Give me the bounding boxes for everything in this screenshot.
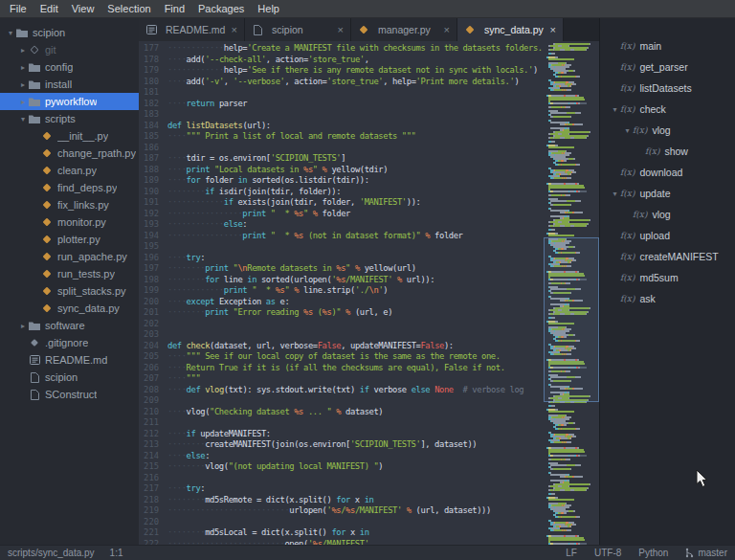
code-line[interactable]: 212····if updateMANIFEST:	[139, 429, 544, 440]
tree-item-monitor-py[interactable]: monitor.py	[0, 213, 139, 231]
code-line[interactable]: 218········md5sRemote = dict(x.split() f…	[139, 495, 544, 506]
code-line[interactable]: 205····""" See if our local copy of data…	[139, 351, 544, 363]
code-line[interactable]: 189····for folder in sorted(os.listdir(t…	[139, 175, 544, 187]
symbol-createmanifest[interactable]: f(x)createMANIFEST	[600, 246, 735, 267]
symbol-update[interactable]: ▾f(x)update	[600, 183, 735, 204]
code-line[interactable]: 204def check(dataset, url, verbose=False…	[139, 341, 544, 352]
code-line[interactable]: 217····try:	[139, 483, 544, 495]
code-line[interactable]: 215········vlog("(not updating local MAN…	[139, 461, 544, 473]
code-line[interactable]: 196····try:	[139, 253, 544, 264]
code-line[interactable]: 187····tdir = os.environ['SCIPION_TESTS'…	[139, 153, 544, 165]
code-line[interactable]: 208····def vlog(txt): sys.stdout.write(t…	[139, 385, 544, 396]
symbol-main[interactable]: f(x)main	[600, 35, 735, 56]
code-line[interactable]: 220	[139, 517, 544, 528]
tree-item-run-tests-py[interactable]: run_tests.py	[0, 265, 139, 282]
code-line[interactable]: 222·························open('%s/MAN…	[139, 539, 544, 546]
tree-item-change-rpath-py[interactable]: change_rpath.py	[0, 145, 139, 162]
code-line[interactable]: 221········md5sLocal = dict(x.split() fo…	[139, 527, 544, 539]
code-line[interactable]: 177············help='Create a MANIFEST f…	[139, 43, 544, 55]
code-line[interactable]: 181	[139, 87, 544, 99]
code-line[interactable]: 200····except Exception as e:	[139, 297, 544, 308]
tree-item-readme-md[interactable]: README.md	[0, 351, 139, 369]
menu-item-edit[interactable]: Edit	[33, 1, 65, 16]
tree-item-init-py[interactable]: __init__.py	[0, 127, 139, 145]
tree-item-config[interactable]: ▸config	[0, 58, 139, 76]
tree-item-git[interactable]: ▸git	[0, 41, 139, 58]
code-line[interactable]: 202	[139, 319, 544, 330]
status-syntax[interactable]: Python	[638, 548, 668, 558]
editor[interactable]: 177············help='Create a MANIFEST f…	[139, 41, 599, 545]
code-line[interactable]: 210····vlog("Checking dataset %s ... " %…	[139, 407, 544, 418]
symbol-get-parser[interactable]: f(x)get_parser	[600, 56, 735, 78]
code-line[interactable]: 182····return parser	[139, 99, 544, 110]
code-line[interactable]: 206····Return True if it is (if all the …	[139, 363, 544, 374]
code-line[interactable]: 193············else:	[139, 219, 544, 231]
menu-item-packages[interactable]: Packages	[191, 1, 251, 16]
close-icon[interactable]: ×	[231, 24, 238, 35]
code-line[interactable]: 201········print "Error reading %s (%s)"…	[139, 307, 544, 319]
menu-item-view[interactable]: View	[65, 1, 101, 16]
code-line[interactable]: 179············help='See if there is any…	[139, 65, 544, 77]
menu-item-help[interactable]: Help	[251, 1, 286, 16]
tree-item-split-stacks-py[interactable]: split_stacks.py	[0, 282, 139, 300]
tree-item-sync-data-py[interactable]: sync_data.py	[0, 300, 139, 317]
tree-item-gitignore[interactable]: .gitignore	[0, 334, 139, 351]
code-line[interactable]: 198········for line in sorted(urlopen('%…	[139, 275, 544, 286]
menu-item-file[interactable]: File	[3, 1, 33, 16]
symbol-md5sum[interactable]: f(x)md5sum	[600, 267, 735, 288]
tab-manager-py[interactable]: manager.py×	[351, 18, 457, 41]
tree-item-scipion[interactable]: ▾scipion	[0, 24, 139, 41]
tree-item-install[interactable]: ▸install	[0, 76, 139, 93]
code-line[interactable]: 184def listDatasets(url):	[139, 121, 544, 132]
tree-item-software[interactable]: ▸software	[0, 317, 139, 334]
tree-item-scripts[interactable]: ▾scripts	[0, 110, 139, 127]
git-branch-indicator[interactable]: master	[685, 548, 727, 558]
close-icon[interactable]: ×	[443, 24, 451, 35]
status-encoding[interactable]: UTF-8	[594, 548, 621, 558]
code-line[interactable]: 209	[139, 395, 544, 407]
code-line[interactable]: 199············print " * %s" % line.stri…	[139, 285, 544, 297]
code-line[interactable]: 203	[139, 329, 544, 341]
tree-item-plotter-py[interactable]: plotter.py	[0, 231, 139, 248]
code-line[interactable]: 219··························urlopen('%s…	[139, 505, 544, 517]
code-line[interactable]: 194················print " * %s (not in …	[139, 231, 544, 242]
tab-readme-md[interactable]: README.md×	[139, 18, 245, 41]
close-icon[interactable]: ×	[337, 24, 345, 35]
code-line[interactable]: 214····else:	[139, 451, 544, 462]
menu-item-selection[interactable]: Selection	[100, 1, 157, 16]
symbol-vlog[interactable]: ▾f(x)vlog	[600, 120, 735, 141]
code-line[interactable]: 188····print "Local datasets in %s" % ye…	[139, 165, 544, 176]
close-icon[interactable]: ×	[549, 24, 557, 35]
code-line[interactable]: 190········if isdir(join(tdir, folder)):	[139, 187, 544, 198]
menu-item-find[interactable]: Find	[158, 1, 191, 16]
minimap[interactable]	[544, 41, 599, 545]
code-line[interactable]: 185····""" Print a list of local and rem…	[139, 131, 544, 143]
minimap-viewport[interactable]	[544, 237, 599, 402]
symbol-vlog[interactable]: f(x)vlog	[600, 204, 735, 225]
tree-item-scipion[interactable]: scipion	[0, 369, 139, 386]
code-line[interactable]: 191············if exists(join(tdir, fold…	[139, 197, 544, 209]
tab-sync-data-py[interactable]: sync_data.py×	[457, 18, 564, 41]
tree-item-clean-py[interactable]: clean.py	[0, 162, 139, 179]
tree-item-run-apache-py[interactable]: run_apache.py	[0, 248, 139, 265]
symbol-ask[interactable]: f(x)ask	[600, 288, 735, 309]
code-line[interactable]: 195	[139, 241, 544, 253]
symbol-check[interactable]: ▾f(x)check	[600, 99, 735, 120]
tree-item-fix-links-py[interactable]: fix_links.py	[0, 196, 139, 213]
code-line[interactable]: 211	[139, 417, 544, 429]
symbol-show[interactable]: f(x)show	[600, 141, 735, 162]
code-line[interactable]: 186	[139, 143, 544, 154]
code-line[interactable]: 213········createMANIFEST(join(os.enviro…	[139, 439, 544, 451]
symbol-upload[interactable]: f(x)upload	[600, 225, 735, 246]
code-line[interactable]: 216	[139, 473, 544, 484]
code-line[interactable]: 178····add('--check-all', action='store_…	[139, 55, 544, 66]
tree-item-find-deps-py[interactable]: find_deps.py	[0, 179, 139, 196]
code-line[interactable]: 183	[139, 109, 544, 121]
tree-item-pyworkflow[interactable]: ▸pyworkflow	[0, 93, 139, 110]
tab-scipion[interactable]: scipion×	[245, 18, 351, 41]
code-line[interactable]: 197········print "\nRemote datasets in %…	[139, 263, 544, 275]
symbol-listdatasets[interactable]: f(x)listDatasets	[600, 78, 735, 99]
symbol-download[interactable]: f(x)download	[600, 162, 735, 183]
code-line[interactable]: 192················print " * %s" % folde…	[139, 209, 544, 220]
code-area[interactable]: 177············help='Create a MANIFEST f…	[139, 41, 544, 545]
